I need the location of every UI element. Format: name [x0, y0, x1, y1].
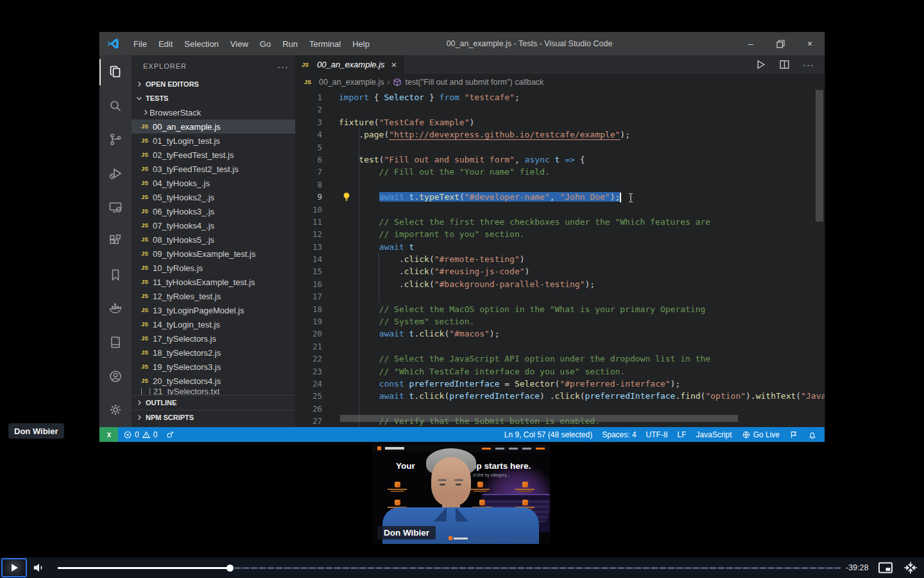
vertical-scrollbar[interactable]	[816, 90, 823, 222]
explorer-header: EXPLORER ···	[132, 55, 295, 77]
breadcrumb: JS 00_an_example.js › test("Fill out and…	[295, 74, 825, 90]
file-item-08_tyHooks5_.js[interactable]: JS08_tyHooks5_.js	[132, 232, 295, 247]
run-debug-icon[interactable]	[99, 157, 132, 191]
split-editor-icon[interactable]	[779, 59, 790, 70]
file-item-11_tyHooksExample_test.js[interactable]: JS11_tyHooksExample_test.js	[132, 275, 295, 289]
line-number: 15	[295, 265, 322, 277]
tab-close-icon[interactable]: ×	[391, 59, 397, 70]
open-editors-section[interactable]: OPEN EDITORS	[132, 77, 295, 91]
explorer-icon[interactable]	[99, 55, 132, 89]
window-title: 00_an_example.js - Tests - Visual Studio…	[420, 39, 638, 48]
npm-scripts-section[interactable]: NPM SCRIPTS	[132, 410, 295, 425]
line-number: 3	[295, 116, 322, 128]
minimize-button[interactable]: –	[736, 32, 766, 55]
file-item-06_tyHooks3_.js[interactable]: JS06_tyHooks3_.js	[132, 204, 295, 218]
file-item-partial[interactable]: 21_tySelectors.txt	[132, 388, 295, 395]
file-item-00_an_example.js[interactable]: JS00_an_example.js	[132, 119, 295, 134]
status-item-utf-8[interactable]: UTF-8	[646, 430, 668, 439]
status-item-spaces-4[interactable]: Spaces: 4	[602, 430, 636, 439]
tests-section[interactable]: TESTS	[132, 91, 295, 105]
accounts-icon[interactable]	[99, 359, 132, 393]
js-file-icon: JS	[141, 194, 153, 200]
video-player-page: FileEditSelectionViewGoRunTerminalHelp 0…	[0, 0, 924, 578]
bookmarks-icon[interactable]	[99, 258, 132, 292]
play-button[interactable]	[1, 558, 27, 577]
file-item-13_tyLoginPageModel.js[interactable]: JS13_tyLoginPageModel.js	[132, 303, 295, 317]
menu-go[interactable]: Go	[254, 32, 277, 55]
presenter-face	[431, 457, 471, 506]
file-item-17_tySelectors.js[interactable]: JS17_tySelectors.js	[132, 331, 295, 346]
breadcrumb-symbol[interactable]: test("Fill out and submit form") callbac…	[405, 78, 543, 87]
js-file-icon: JS	[141, 335, 153, 342]
js-file-icon: JS	[141, 279, 153, 285]
restore-button[interactable]	[766, 32, 795, 55]
status-item-javascript[interactable]: JavaScript	[696, 430, 732, 439]
menu-terminal[interactable]: Terminal	[304, 32, 346, 55]
file-item-02_tyFeedTest_test.js[interactable]: JS02_tyFeedTest_test.js	[132, 148, 295, 162]
breadcrumb-file[interactable]: 00_an_example.js	[319, 78, 384, 87]
chevron-down-icon	[135, 94, 143, 102]
text-caret	[620, 193, 621, 202]
file-item-14_tyLogin_test.js[interactable]: JS14_tyLogin_test.js	[132, 317, 295, 331]
file-item-01_tyLogin_test.js[interactable]: JS01_tyLogin_test.js	[132, 134, 295, 148]
search-icon[interactable]	[99, 89, 132, 123]
settings-icon[interactable]	[99, 393, 132, 427]
tab-00-an-example[interactable]: JS 00_an_example.js ×	[295, 55, 404, 74]
outline-section[interactable]: OUTLINE	[132, 395, 295, 410]
seek-buffered	[234, 567, 841, 569]
file-item-20_tySelectors4.js[interactable]: JS20_tySelectors4.js	[132, 374, 295, 388]
menu-help[interactable]: Help	[346, 32, 375, 55]
code-editor[interactable]: 1import { Selector } from "testcafe";23f…	[295, 90, 825, 427]
docker-icon[interactable]	[99, 292, 132, 326]
remote-explorer-icon[interactable]	[99, 190, 132, 224]
volume-icon[interactable]	[32, 561, 46, 574]
file-item-07_tyHooks4_.js[interactable]: JS07_tyHooks4_.js	[132, 218, 295, 232]
go-live-button[interactable]: Go Live	[742, 430, 780, 439]
site-nav	[482, 448, 545, 450]
code-line-10: 10	[295, 204, 825, 216]
code-line-18: 18 // Select the MacOS option in the "Wh…	[295, 303, 825, 315]
seek-bar[interactable]	[58, 557, 841, 578]
file-item-05_tyHooks2_.js[interactable]: JS05_tyHooks2_.js	[132, 190, 295, 204]
menu-selection[interactable]: Selection	[178, 32, 224, 55]
menu-file[interactable]: File	[128, 32, 153, 55]
file-item-03_tyFeedTest2_test.js[interactable]: JS03_tyFeedTest2_test.js	[132, 162, 295, 176]
code-line-22: 22 // Select the JavaScript API option u…	[295, 353, 825, 365]
run-file-icon[interactable]	[755, 59, 766, 70]
file-item-19_tySelectors3.js[interactable]: JS19_tySelectors3.js	[132, 360, 295, 374]
code-line-19: 19 // System" section.	[295, 315, 825, 328]
horizontal-scrollbar[interactable]	[340, 415, 738, 422]
menu-view[interactable]: View	[225, 32, 254, 55]
chevron-right-icon	[142, 109, 150, 116]
file-item-10_tyRoles.js[interactable]: JS10_tyRoles.js	[132, 261, 295, 275]
status-item-ln-9-col-57-48-selected[interactable]: Ln 9, Col 57 (48 selected)	[504, 430, 592, 439]
extensions-icon[interactable]	[99, 224, 132, 258]
explorer-more-actions[interactable]: ···	[277, 61, 289, 72]
more-actions-icon[interactable]: ···	[803, 59, 814, 70]
notebook-icon[interactable]	[99, 326, 132, 360]
file-item-12_tyRoles_test.js[interactable]: JS12_tyRoles_test.js	[132, 289, 295, 303]
remote-indicator[interactable]	[99, 427, 118, 442]
folder-browserstack[interactable]: BrowserStack	[132, 105, 295, 119]
problems-indicator[interactable]: 0 0	[123, 430, 157, 439]
bell-icon[interactable]	[808, 430, 817, 439]
menu-bar: FileEditSelectionViewGoRunTerminalHelp	[128, 32, 375, 55]
ports-icon[interactable]	[166, 430, 175, 439]
feedback-icon[interactable]	[789, 430, 798, 439]
source-control-icon[interactable]	[99, 123, 132, 157]
lightbulb-icon[interactable]	[342, 192, 351, 202]
seek-handle[interactable]	[227, 565, 234, 572]
js-file-icon: JS	[141, 265, 153, 271]
file-item-18_tySelectors2.js[interactable]: JS18_tySelectors2.js	[132, 346, 295, 360]
status-item-lf[interactable]: LF	[678, 430, 687, 439]
file-item-04_tyHooks_.js[interactable]: JS04_tyHooks_.js	[132, 176, 295, 190]
js-file-icon: JS	[141, 236, 153, 243]
code-line-7: 7 // Fill out the "Your name" field.	[295, 166, 825, 178]
code-line-3: 3fixture("TestCafe Example")	[295, 116, 825, 128]
menu-run[interactable]: Run	[277, 32, 304, 55]
fullscreen-contract-icon[interactable]	[903, 561, 918, 575]
picture-in-picture-icon[interactable]	[878, 561, 893, 574]
file-item-09_tyHooksExample_test.js[interactable]: JS09_tyHooksExample_test.js	[132, 247, 295, 261]
menu-edit[interactable]: Edit	[153, 32, 178, 55]
close-button[interactable]: ×	[795, 32, 825, 55]
